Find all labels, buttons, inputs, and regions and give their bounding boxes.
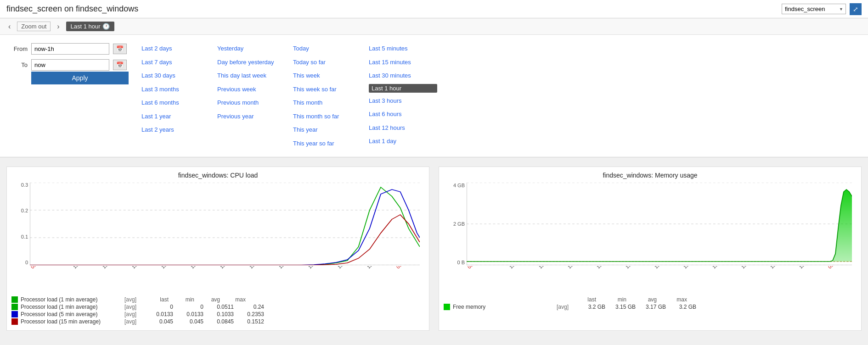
memory-legend-color (444, 304, 450, 310)
quick-col-1: Last 2 days Last 7 days Last 30 days Las… (138, 43, 214, 149)
to-row: To 📅 (9, 59, 129, 71)
cpu-xaxis-label-10: 13:45 (337, 266, 356, 278)
quick-link-last-1-day[interactable]: Last 1 day (369, 136, 437, 147)
cpu-legend: Processor load (1 min average) [avg] las… (11, 296, 424, 325)
memory-chart-svg (467, 183, 852, 265)
cpu-chart-title: findsec_windows: CPU load (11, 172, 424, 179)
cpu-legend-min-header: min (171, 296, 194, 303)
cpu-legend-tag-1: [avg] (124, 304, 143, 310)
mem-xaxis-11: 13:50 (798, 266, 818, 278)
to-label: To (9, 61, 28, 68)
mem-legend-min-header: min (599, 296, 626, 303)
quick-link-this-month-so-far[interactable]: This month so far (293, 111, 361, 122)
cpu-legend-avg-header: avg (197, 296, 220, 303)
memory-yaxis: 4 GB 2 GB 0 B (444, 183, 465, 265)
quick-link-previous-year[interactable]: Previous year (217, 111, 286, 122)
cpu-legend-color-green (11, 304, 18, 310)
quick-link-previous-month[interactable]: Previous month (217, 97, 286, 108)
quick-link-today-so-far[interactable]: Today so far (293, 57, 361, 68)
apply-button[interactable]: Apply (31, 72, 129, 84)
quick-link-this-year[interactable]: This year (293, 124, 361, 135)
cpu-legend-label-2: Processor load (5 min average) (21, 311, 122, 317)
quick-link-last-6-months[interactable]: Last 6 months (141, 97, 210, 108)
cpu-legend-last-2: 0.045 (146, 318, 173, 325)
cpu-xaxis: 05-14 12:55 13:00 13:05 13:10 13:15 13:2… (30, 266, 420, 283)
to-calendar-button[interactable]: 📅 (113, 60, 127, 70)
cpu-xaxis-label-3: 13:10 (131, 266, 151, 278)
quick-link-last-15-min[interactable]: Last 15 minutes (369, 57, 437, 68)
page-title: findsec_screen on findsec_windows (6, 4, 138, 14)
quick-link-last-1-year[interactable]: Last 1 year (141, 111, 210, 122)
mem-xaxis-7: 13:30 (682, 266, 702, 278)
quick-link-previous-week[interactable]: Previous week (217, 84, 286, 95)
mem-legend-max-header: max (659, 296, 687, 303)
top-header: findsec_screen on findsec_windows findse… (0, 0, 868, 18)
quick-link-this-week[interactable]: This week (293, 70, 361, 81)
quick-link-last-1-hour[interactable]: Last 1 hour (369, 84, 437, 93)
cpu-legend-tag-2: [avg] (124, 311, 143, 317)
cpu-legend-max-0: 0.24 (237, 304, 264, 310)
cpu-legend-tag-3: [avg] (124, 318, 143, 325)
from-calendar-button[interactable]: 📅 (113, 44, 127, 54)
cpu-xaxis-label-8: 13:35 (278, 266, 298, 278)
screen-select-wrapper[interactable]: findsec_screen (782, 4, 846, 14)
cpu-xaxis-label-4: 13:15 (160, 266, 180, 278)
cpu-xaxis-label-5: 13:20 (190, 266, 209, 278)
prev-button[interactable]: ‹ (6, 22, 12, 31)
from-input[interactable] (31, 43, 109, 55)
from-label: From (9, 45, 28, 52)
memory-xaxis: 05-14 12:53 13:00 13:05 13:10 13:15 13:2… (467, 266, 852, 283)
cpu-line-green (30, 187, 420, 265)
quick-link-last-3-months[interactable]: Last 3 months (141, 84, 210, 95)
mem-xaxis-4: 13:15 (596, 266, 615, 278)
to-input[interactable] (31, 59, 109, 71)
cpu-legend-last-1: 0.0133 (146, 311, 173, 317)
mem-xaxis-8: 13:35 (711, 266, 731, 278)
quick-link-last-3-hours[interactable]: Last 3 hours (369, 95, 437, 106)
quick-link-last-7-days[interactable]: Last 7 days (141, 57, 210, 68)
mem-xaxis-10: 13:45 (769, 266, 789, 278)
quick-link-day-before-yesterday[interactable]: Day before yesterday (217, 57, 286, 68)
quick-link-last-5-min[interactable]: Last 5 minutes (369, 43, 437, 54)
mem-xaxis-5: 13:20 (625, 266, 644, 278)
screen-select[interactable]: findsec_screen (782, 4, 846, 14)
quick-link-last-2-years[interactable]: Last 2 years (141, 124, 210, 135)
quick-link-this-month[interactable]: This month (293, 97, 361, 108)
quick-link-yesterday[interactable]: Yesterday (217, 43, 286, 54)
quick-link-this-week-so-far[interactable]: This week so far (293, 84, 361, 95)
time-picker-panel: From 📅 To 📅 Apply Last 2 days Last 7 day… (0, 35, 868, 157)
cpu-legend-row-2: Processor load (5 min average) [avg] 0.0… (11, 311, 424, 317)
mem-xaxis-12: 05-14 13:53 (827, 266, 852, 278)
quick-link-this-day-last-week[interactable]: This day last week (217, 70, 286, 81)
cpu-legend-min-0: 0 (176, 304, 203, 310)
cpu-xaxis-label-12: 05-14 13:53 (395, 266, 420, 278)
cpu-yaxis: 0.3 0.2 0.1 0 (11, 183, 28, 265)
cpu-legend-color-blue (11, 311, 18, 317)
quick-link-last-2-days[interactable]: Last 2 days (141, 43, 210, 54)
cpu-xaxis-label-11: 13:50 (366, 266, 386, 278)
memory-legend-min: 3.15 GB (608, 304, 636, 310)
memory-legend: last min avg max Free memory [avg] 3.2 G… (444, 296, 857, 310)
memory-chart-container: findsec_windows: Memory usage 4 GB 2 GB … (439, 167, 862, 331)
mem-legend-avg-header: avg (629, 296, 657, 303)
quick-link-today[interactable]: Today (293, 43, 361, 54)
expand-button[interactable]: ⤢ (850, 3, 862, 15)
cpu-legend-avg-1: 0.1033 (206, 311, 234, 317)
cpu-legend-tag-0: [avg] (124, 296, 143, 303)
quick-link-last-30-min[interactable]: Last 30 minutes (369, 70, 437, 81)
cpu-legend-avg-0: 0.0511 (206, 304, 234, 310)
cpu-xaxis-label-0: 05-14 12:55 (30, 266, 59, 278)
quick-col-2: Yesterday Day before yesterday This day … (214, 43, 289, 149)
mem-xaxis-3: 13:10 (567, 266, 586, 278)
cpu-xaxis-label-1: 13:00 (72, 266, 92, 278)
cpu-legend-label-1: Processor load (1 min average) (21, 304, 122, 310)
zoom-out-button[interactable]: Zoom out (17, 22, 51, 31)
memory-legend-tag: [avg] (557, 304, 575, 310)
cpu-legend-row-3: Processor load (15 min average) [avg] 0.… (11, 318, 424, 325)
quick-link-last-30-days[interactable]: Last 30 days (141, 70, 210, 81)
quick-link-last-6-hours[interactable]: Last 6 hours (369, 109, 437, 120)
quick-link-last-12-hours[interactable]: Last 12 hours (369, 122, 437, 134)
next-button[interactable]: › (55, 22, 61, 31)
quick-link-this-year-so-far[interactable]: This year so far (293, 138, 361, 149)
cpu-legend-row-0: Processor load (1 min average) [avg] las… (11, 296, 424, 303)
